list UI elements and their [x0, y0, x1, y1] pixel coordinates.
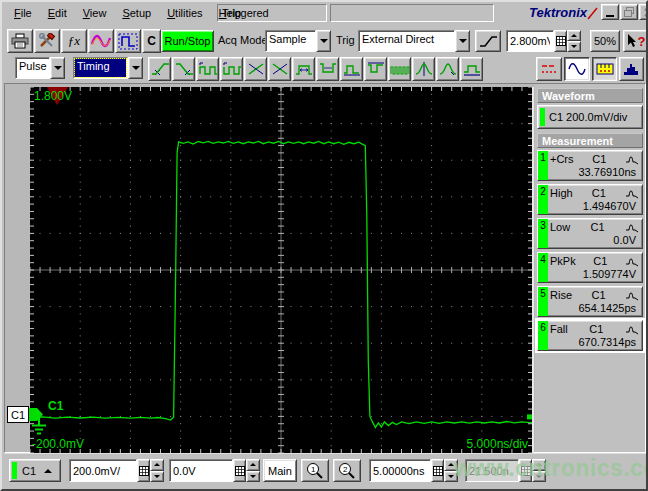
timebase-label: 5.000ns/div: [428, 437, 528, 451]
channel-color-swatch: [12, 462, 17, 479]
measure-subcategory-dropdown-button[interactable]: [128, 57, 143, 79]
meas-pos-width-button[interactable]: [292, 57, 315, 81]
minimize-button[interactable]: [601, 4, 619, 20]
trigger-source-value: External Direct: [358, 30, 455, 52]
cursors-icon: [540, 62, 558, 76]
menu-utilities[interactable]: Utilities: [159, 2, 210, 24]
vertical-scale-keypad-button[interactable]: [137, 459, 150, 482]
channel-marker-box[interactable]: C1: [7, 406, 29, 423]
measurement-row[interactable]: 3 LowC10.0V: [537, 218, 643, 249]
acq-mode-select[interactable]: Sample: [265, 30, 331, 52]
measure-subcategory-select[interactable]: Timing: [73, 57, 143, 79]
meas-pulse-peak-button[interactable]: [412, 57, 435, 81]
menu-file[interactable]: File: [6, 2, 40, 24]
meas-pos-duty-button[interactable]: [340, 57, 363, 81]
measurement-value: 670.7314ps: [550, 336, 639, 349]
channel-color-swatch: [540, 108, 545, 126]
utility-tools-button[interactable]: [34, 29, 60, 53]
measurement-row[interactable]: 1 +CrsC133.76910ns: [537, 150, 643, 181]
meas-fall-time-button[interactable]: [172, 57, 195, 81]
measurement-row[interactable]: 6 FallC1670.7314ps: [537, 320, 643, 351]
trigger-status-panel: Triggered: [217, 4, 327, 22]
top-voltage-label: 1.800V: [34, 89, 72, 103]
vertical-scale-fieldbox: [69, 459, 137, 482]
print-button[interactable]: [7, 29, 33, 53]
vertical-offset-spinner[interactable]: [246, 459, 260, 482]
zoom1-button[interactable]: 1: [301, 459, 329, 482]
cursor-arrow-icon: [627, 34, 637, 48]
vertical-scale-spinner[interactable]: [150, 459, 164, 482]
burst-width-icon: [390, 61, 410, 77]
trigger-source-dropdown-button[interactable]: [455, 30, 470, 52]
graticule[interactable]: 1.800V -200.0mV 5.000ns/div C1: [30, 87, 534, 453]
meas-period-button[interactable]: [196, 57, 219, 81]
waveform-header: Waveform: [537, 88, 643, 103]
meas-burst-width-button[interactable]: [388, 57, 411, 81]
measurement-number-badge: 2: [538, 185, 548, 214]
meas-pulse-shape-button[interactable]: [436, 57, 459, 81]
vertical-offset-keypad-button[interactable]: [233, 459, 246, 482]
pulse-base-icon: [462, 61, 482, 77]
menu-edit[interactable]: Edit: [40, 2, 75, 24]
channel-select-button[interactable]: C1: [9, 459, 61, 482]
meas-neg-width-button[interactable]: [316, 57, 339, 81]
cursors-display-button[interactable]: [536, 57, 562, 81]
zoom2-button[interactable]: 2: [333, 459, 361, 482]
frequency-icon: [222, 61, 242, 77]
pulse-glyph-icon: [625, 255, 639, 267]
trigger-level-keypad-button[interactable]: [554, 30, 567, 52]
measurement-row[interactable]: 2 HighC11.494670V: [537, 184, 643, 215]
measurement-row[interactable]: 4 PkPkC11.509774V: [537, 252, 643, 283]
spin-up-icon[interactable]: [567, 30, 581, 41]
meas-neg-crossing-button[interactable]: [268, 57, 291, 81]
restore-button[interactable]: [620, 4, 638, 20]
measure-subcategory-value: Timing: [73, 57, 128, 79]
bottom-voltage-label: -200.0mV: [32, 437, 84, 451]
restore-icon: [624, 7, 634, 17]
trigger-level-field[interactable]: [507, 31, 553, 51]
horizontal-view-button[interactable]: Main: [263, 459, 297, 482]
readout-ruler-icon: [596, 62, 614, 76]
trigger-level-50pct-button[interactable]: 50%: [590, 30, 620, 52]
waveform-display-button[interactable]: [564, 57, 590, 81]
waveform-database-button[interactable]: [88, 29, 114, 53]
close-button[interactable]: [639, 4, 648, 20]
trigger-level-spinner[interactable]: [567, 30, 581, 52]
toolbar-main: ƒx C Run/Stop Acq Mode Sample Trig Exter…: [2, 26, 646, 55]
chevron-down-icon: [54, 66, 62, 70]
channel-trace-label: C1: [48, 399, 63, 413]
vertical-setup-button[interactable]: [115, 29, 141, 53]
run-stop-button[interactable]: Run/Stop: [161, 30, 214, 52]
measure-category-select[interactable]: Pulse: [15, 57, 65, 79]
meas-pos-crossing-button[interactable]: [244, 57, 267, 81]
measurement-row[interactable]: 5 RiseC1654.1425ps: [537, 286, 643, 317]
spin-down-icon[interactable]: [567, 41, 581, 52]
clear-button[interactable]: C: [142, 29, 161, 53]
status-panel-empty: [330, 4, 494, 22]
channel-marker-arrow-icon[interactable]: [29, 406, 44, 423]
horizontal-scale-fieldbox: [369, 459, 431, 482]
histogram-display-button[interactable]: [619, 57, 644, 81]
math-button[interactable]: ƒx: [61, 29, 87, 53]
waveform-channel-button[interactable]: C1 200.0mV/div: [537, 105, 643, 129]
menu-view[interactable]: View: [75, 2, 115, 24]
meas-pulse-base-button[interactable]: [460, 57, 483, 81]
context-help-button[interactable]: ?: [623, 30, 648, 52]
vertical-scale-field[interactable]: [70, 460, 136, 481]
menu-setup[interactable]: Setup: [114, 2, 159, 24]
trigger-source-select[interactable]: External Direct: [358, 30, 470, 52]
readout-display-button[interactable]: [592, 57, 617, 81]
acq-mode-dropdown-button[interactable]: [316, 30, 331, 52]
measurement-name: +Crs: [550, 153, 574, 165]
measure-category-dropdown-button[interactable]: [50, 57, 65, 79]
sine-wave-icon: [568, 62, 586, 76]
vertical-offset-field[interactable]: [170, 460, 232, 481]
horizontal-scale-keypad-button[interactable]: [431, 459, 444, 482]
meas-rise-time-button[interactable]: [148, 57, 171, 81]
acq-mode-value: Sample: [265, 30, 316, 52]
horizontal-scale-field[interactable]: [370, 460, 430, 481]
meas-neg-duty-button[interactable]: [364, 57, 387, 81]
meas-frequency-button[interactable]: [220, 57, 243, 81]
trigger-slope-button[interactable]: [475, 30, 501, 52]
pulse-glyph-icon: [625, 289, 639, 301]
